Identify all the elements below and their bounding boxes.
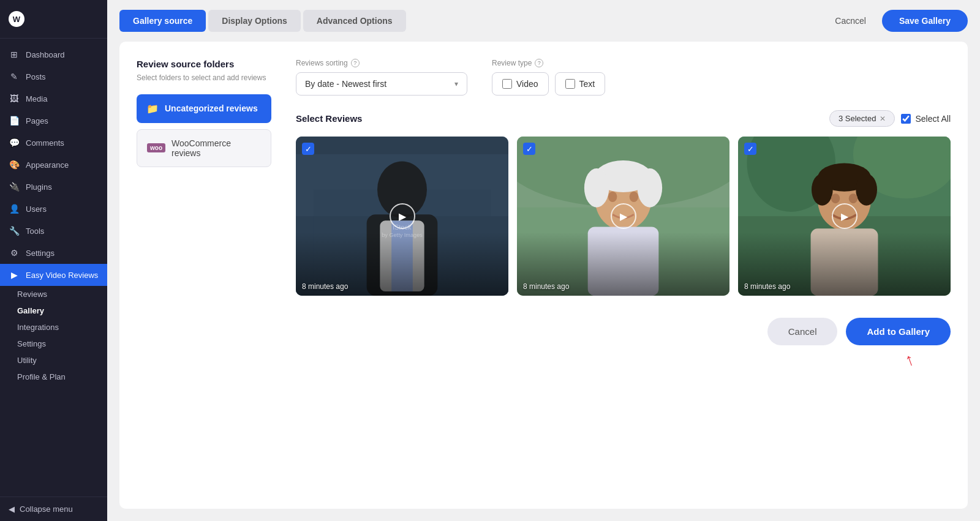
sorting-group: Reviews sorting ? By date - Newest first… xyxy=(296,59,467,96)
appearance-icon: 🎨 xyxy=(9,159,20,170)
sidebar-item-label: Pages xyxy=(26,116,48,126)
collapse-icon: ◀ xyxy=(9,504,15,514)
cancel-button[interactable]: Cacncel xyxy=(821,10,880,32)
play-button-2[interactable]: ▶ xyxy=(611,203,636,229)
video-card-2[interactable]: ✓ ▶ 8 minutes ago xyxy=(517,137,729,296)
play-button-3[interactable]: ▶ xyxy=(832,203,858,229)
tab-display-options[interactable]: Display Options xyxy=(208,10,301,32)
dashboard-icon: ⊞ xyxy=(9,49,20,60)
main-card: Review source folders Select folders to … xyxy=(119,42,968,509)
sorting-select[interactable]: By date - Newest first ▾ xyxy=(296,72,467,96)
sidebar-item-appearance[interactable]: 🎨 Appearance xyxy=(0,154,107,176)
sidebar-item-dashboard[interactable]: ⊞ Dashboard xyxy=(0,43,107,66)
wordpress-logo: W xyxy=(9,11,24,27)
video-card-3[interactable]: ✓ ▶ 8 minutes ago xyxy=(738,137,951,296)
uncategorized-reviews-button[interactable]: 📁 Uncategorized reviews xyxy=(137,94,271,123)
users-icon: 👤 xyxy=(9,203,20,214)
sidebar-item-settings[interactable]: ⚙ Settings xyxy=(0,242,107,264)
sidebar-item-label: Appearance xyxy=(26,160,69,170)
sidebar-sub-item-integrations[interactable]: Integrations xyxy=(0,319,107,335)
video-time-2: 8 minutes ago xyxy=(523,282,569,291)
sidebar-item-label: Comments xyxy=(26,138,64,148)
sidebar-item-posts[interactable]: ✎ Posts xyxy=(0,66,107,88)
select-all-checkbox[interactable] xyxy=(901,114,911,124)
sorting-help-icon[interactable]: ? xyxy=(351,59,360,67)
sidebar-item-media[interactable]: 🖼 Media xyxy=(0,88,107,110)
sidebar-logo: W xyxy=(0,0,107,39)
sidebar-item-label: Users xyxy=(26,204,47,214)
bottom-buttons: Cancel Add to Gallery ↑ xyxy=(296,313,951,345)
sidebar-item-label: Plugins xyxy=(26,182,52,192)
tab-advanced-options[interactable]: Advanced Options xyxy=(303,10,406,32)
arrow-indicator: ↑ xyxy=(902,350,917,371)
plugins-icon: 🔌 xyxy=(9,181,20,192)
chevron-down-icon: ▾ xyxy=(454,80,458,88)
video-time-3: 8 minutes ago xyxy=(744,282,790,291)
right-column: Reviews sorting ? By date - Newest first… xyxy=(296,59,951,345)
video-time-1: 8 minutes ago xyxy=(302,282,348,291)
type-option-text[interactable]: Text xyxy=(555,72,606,96)
type-option-video[interactable]: Video xyxy=(492,72,549,96)
sidebar-item-easy-video-reviews[interactable]: ▶ Easy Video Reviews xyxy=(0,264,107,286)
sidebar-sub-item-settings[interactable]: Settings xyxy=(0,335,107,352)
sidebar-item-label: Tools xyxy=(26,227,44,236)
sidebar-item-pages[interactable]: 📄 Pages xyxy=(0,110,107,132)
sidebar-item-tools[interactable]: 🔧 Tools xyxy=(0,220,107,242)
woocommerce-reviews-item[interactable]: woo WooCommerce reviews xyxy=(137,129,271,167)
left-column: Review source folders Select folders to … xyxy=(137,59,271,345)
main-content: Gallery source Display Options Advanced … xyxy=(107,0,980,521)
tools-icon: 🔧 xyxy=(9,225,20,236)
card-layout: Review source folders Select folders to … xyxy=(137,59,951,345)
play-button-1[interactable]: ▶ xyxy=(390,203,415,229)
video-check-2[interactable]: ✓ xyxy=(523,143,535,155)
toolbar: Gallery source Display Options Advanced … xyxy=(107,0,980,42)
folder-icon: 📁 xyxy=(146,103,159,114)
selected-count-badge: 3 Selected ✕ xyxy=(829,110,895,127)
review-type-help-icon[interactable]: ? xyxy=(535,59,543,67)
select-reviews-header: Select Reviews 3 Selected ✕ Select All xyxy=(296,110,951,127)
sidebar-sub-item-profile[interactable]: Profile & Plan xyxy=(0,369,107,385)
add-to-gallery-button[interactable]: Add to Gallery xyxy=(846,318,951,345)
section-description: Select folders to select and add reviews xyxy=(137,73,271,83)
selected-badge-area: 3 Selected ✕ Select All xyxy=(829,110,951,127)
sidebar-navigation: ⊞ Dashboard ✎ Posts 🖼 Media 📄 Pages 💬 Co… xyxy=(0,39,107,497)
section-title: Review source folders xyxy=(137,59,271,69)
sidebar-sub-item-gallery[interactable]: Gallery xyxy=(0,302,107,319)
pages-icon: 📄 xyxy=(9,115,20,126)
bottom-cancel-button[interactable]: Cancel xyxy=(767,318,838,345)
sidebar-item-label: Easy Video Reviews xyxy=(26,271,98,280)
sidebar-item-label: Settings xyxy=(26,249,55,258)
select-reviews-title: Select Reviews xyxy=(296,113,362,124)
sidebar-item-label: Media xyxy=(26,94,47,103)
sidebar-item-users[interactable]: 👤 Users xyxy=(0,198,107,220)
sidebar-item-label: Dashboard xyxy=(26,50,65,59)
review-type-group: Review type ? Video Text xyxy=(492,59,605,96)
sidebar-item-plugins[interactable]: 🔌 Plugins xyxy=(0,176,107,198)
sidebar-sub-item-reviews[interactable]: Reviews xyxy=(0,286,107,302)
select-all-wrap[interactable]: Select All xyxy=(901,114,951,124)
video-checkbox[interactable] xyxy=(502,79,512,89)
posts-icon: ✎ xyxy=(9,71,20,82)
sorting-label: Reviews sorting ? xyxy=(296,59,467,67)
settings-icon: ⚙ xyxy=(9,247,20,258)
video-grid: ✓ ▶ iStockby Getty Images 8 minutes ago xyxy=(296,137,951,296)
woo-badge: woo xyxy=(147,143,165,152)
sidebar-sub-item-utility[interactable]: Utility xyxy=(0,352,107,369)
sidebar-item-comments[interactable]: 💬 Comments xyxy=(0,132,107,154)
tab-gallery-source[interactable]: Gallery source xyxy=(119,10,206,32)
media-icon: 🖼 xyxy=(9,93,20,104)
options-row: Reviews sorting ? By date - Newest first… xyxy=(296,59,951,96)
video-check-1[interactable]: ✓ xyxy=(302,143,314,155)
video-reviews-icon: ▶ xyxy=(9,269,20,280)
video-check-3[interactable]: ✓ xyxy=(744,143,756,155)
clear-selection-button[interactable]: ✕ xyxy=(880,114,886,123)
sidebar: W ⊞ Dashboard ✎ Posts 🖼 Media 📄 Pages 💬 … xyxy=(0,0,107,521)
text-checkbox[interactable] xyxy=(565,79,575,89)
save-gallery-button[interactable]: Save Gallery xyxy=(882,10,968,32)
review-type-label: Review type ? xyxy=(492,59,605,67)
comments-icon: 💬 xyxy=(9,137,20,148)
collapse-menu-button[interactable]: ◀ Collapse menu xyxy=(0,497,107,521)
sidebar-item-label: Posts xyxy=(26,72,46,81)
type-options: Video Text xyxy=(492,72,605,96)
video-card-1[interactable]: ✓ ▶ iStockby Getty Images 8 minutes ago xyxy=(296,137,508,296)
